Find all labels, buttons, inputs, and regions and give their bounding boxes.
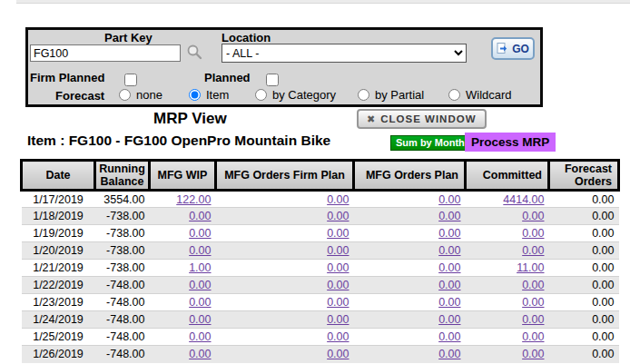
mfg-orders-firm-plan-link[interactable]: 0.00 [327,244,349,257]
mfg-orders-plan-link[interactable]: 0.00 [438,227,460,240]
cell-mfg-orders-firm-plan: 0.00 [216,294,354,311]
cell-running-balance: -738.00 [95,225,150,242]
cell-mfg-wip: 0.00 [150,242,216,260]
table-row: 1/23/2019-748.000.000.000.000.000.00 [22,294,619,311]
mfg-wip-link[interactable]: 0.00 [189,210,211,222]
mfg-orders-firm-plan-link[interactable]: 0.00 [327,279,349,291]
cell-mfg-orders-plan: 0.00 [354,277,466,294]
cell-mfg-wip: 1.00 [150,260,216,277]
mfg-orders-plan-link[interactable]: 0.00 [438,313,460,326]
mfg-orders-firm-plan-link[interactable]: 0.00 [327,313,349,326]
forecast-radio[interactable] [119,89,131,101]
cell-running-balance: 3554.00 [95,191,150,208]
column-header-mfg-orders-firm-plan: MFG Orders Firm Plan [216,161,354,191]
cell-committed: 0.00 [466,346,549,363]
location-select[interactable]: - ALL - [221,44,467,63]
mfg-orders-firm-plan-link[interactable]: 0.00 [327,227,349,240]
cell-mfg-wip: 122.00 [150,191,216,208]
committed-link[interactable]: 0.00 [522,227,544,240]
committed-link[interactable]: 11.00 [517,261,544,274]
cell-forecast-orders: 0.00 [549,294,619,311]
forecast-option-label: Wildcard [466,88,512,102]
mfg-orders-plan-link[interactable]: 0.00 [438,279,460,291]
mfg-wip-link[interactable]: 0.00 [189,330,211,343]
column-header-committed: Committed [466,161,549,191]
forecast-option-item: Item [189,88,229,102]
mfg-wip-link[interactable]: 0.00 [189,313,211,326]
cell-date: 1/23/2019 [22,294,95,311]
committed-link[interactable]: 0.00 [522,313,544,326]
cell-date: 1/19/2019 [22,225,95,242]
cell-mfg-orders-firm-plan: 0.00 [216,277,354,294]
cell-mfg-wip: 0.00 [150,311,216,329]
table-row: 1/24/2019-748.000.000.000.000.000.00 [22,311,619,329]
cell-forecast-orders: 0.00 [549,208,619,225]
forecast-option-label: by Partial [375,88,424,102]
mfg-orders-plan-link[interactable]: 0.00 [438,296,460,309]
mfg-orders-plan-link[interactable]: 0.00 [438,348,460,360]
table-row: 1/18/2019-738.000.000.000.000.000.00 [22,208,619,225]
cell-date: 1/18/2019 [22,208,95,225]
go-button[interactable]: GO [491,37,535,60]
column-header-running-balance: Running Balance [95,161,150,191]
mfg-orders-firm-plan-link[interactable]: 0.00 [327,210,349,222]
firm-planned-label: Firm Planned [30,71,104,84]
mfg-wip-link[interactable]: 0.00 [189,244,211,257]
cell-committed: 0.00 [466,225,549,242]
forecast-label: Forecast [55,89,104,103]
forecast-radio[interactable] [448,89,460,101]
cell-mfg-orders-firm-plan: 0.00 [216,208,354,225]
item-heading: Item : FG100 - FG100 OpenPro Mountain Bi… [27,133,330,149]
forecast-option-label: by Category [272,88,336,102]
search-icon[interactable] [184,43,204,63]
forecast-radio[interactable] [358,89,369,101]
mfg-wip-link[interactable]: 0.00 [189,348,211,360]
mfg-orders-plan-link[interactable]: 0.00 [438,193,460,206]
location-label: Location [221,31,271,44]
cell-committed: 0.00 [466,208,549,225]
mfg-wip-link[interactable]: 0.00 [189,279,211,291]
committed-link[interactable]: 0.00 [522,348,544,360]
sum-by-month-button[interactable]: Sum by Month [390,135,470,151]
cell-forecast-orders: 0.00 [549,277,619,294]
mfg-orders-firm-plan-link[interactable]: 0.00 [327,330,349,343]
forecast-radio[interactable] [255,89,267,101]
committed-link[interactable]: 0.00 [522,279,544,291]
firm-planned-checkbox[interactable] [124,74,137,86]
cell-running-balance: -748.00 [95,311,150,329]
process-mrp-button[interactable]: Process MRP [465,133,556,152]
mfg-wip-link[interactable]: 122.00 [176,193,211,206]
committed-link[interactable]: 0.00 [522,296,544,309]
part-key-label: Part Key [104,31,153,44]
close-window-button[interactable]: ✖ CLOSE WINDOW [357,109,487,129]
mfg-wip-link[interactable]: 1.00 [189,261,211,274]
planned-checkbox[interactable] [266,74,279,86]
mfg-orders-plan-link[interactable]: 0.00 [438,261,460,274]
mfg-orders-plan-link[interactable]: 0.00 [438,244,460,257]
mfg-orders-plan-link[interactable]: 0.00 [438,330,460,343]
cell-forecast-orders: 0.00 [549,346,619,363]
mfg-wip-link[interactable]: 0.00 [189,227,211,240]
cell-date: 1/17/2019 [22,191,95,208]
mfg-orders-firm-plan-link[interactable]: 0.00 [327,261,349,274]
mfg-orders-plan-link[interactable]: 0.00 [438,210,460,222]
column-header-date: Date [22,161,95,191]
mfg-orders-firm-plan-link[interactable]: 0.00 [327,193,349,206]
cell-running-balance: -738.00 [95,260,150,277]
committed-link[interactable]: 0.00 [522,210,544,222]
cell-committed: 0.00 [466,311,549,329]
forecast-radio[interactable] [189,89,201,101]
cell-mfg-orders-plan: 0.00 [354,260,466,277]
mfg-orders-firm-plan-link[interactable]: 0.00 [327,296,349,309]
committed-link[interactable]: 0.00 [522,244,544,257]
cell-running-balance: -748.00 [95,277,150,294]
mfg-wip-link[interactable]: 0.00 [189,296,211,309]
cell-mfg-orders-firm-plan: 0.00 [216,242,354,260]
table-row: 1/17/20193554.00122.000.000.004414.000.0… [22,191,619,208]
part-key-input[interactable] [30,44,181,62]
committed-link[interactable]: 4414.00 [503,193,544,206]
cell-mfg-orders-firm-plan: 0.00 [216,329,354,346]
committed-link[interactable]: 0.00 [522,330,544,343]
mfg-orders-firm-plan-link[interactable]: 0.00 [327,348,349,360]
cell-committed: 0.00 [466,277,549,294]
